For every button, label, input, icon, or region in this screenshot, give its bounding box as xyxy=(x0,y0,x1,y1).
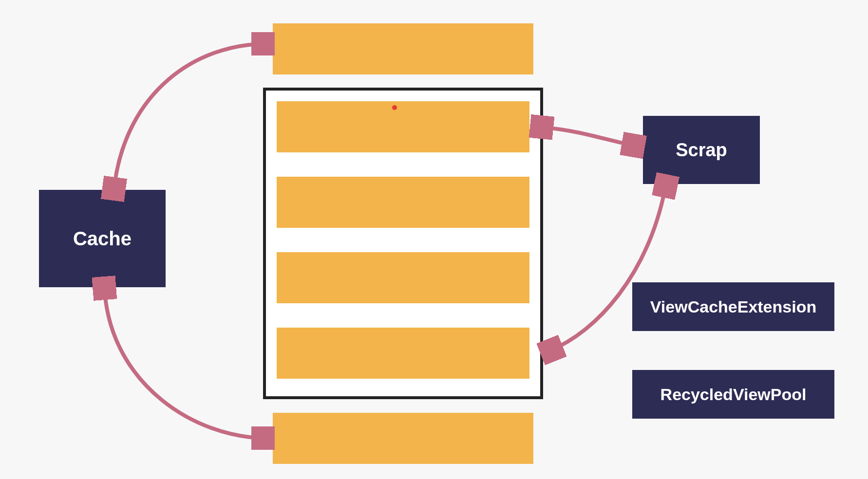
recycled-view-pool-box: RecycledViewPool xyxy=(632,370,834,419)
visible-item-3 xyxy=(277,252,529,303)
recycled-view-pool-label: RecycledViewPool xyxy=(660,385,807,404)
arrow-cache-to-bottom xyxy=(105,292,267,438)
scrap-box: Scrap xyxy=(643,116,760,184)
view-cache-extension-box: ViewCacheExtension xyxy=(632,282,834,331)
offscreen-item-bottom xyxy=(273,413,533,464)
cache-box: Cache xyxy=(39,190,166,287)
visible-item-4 xyxy=(277,328,529,379)
cache-label: Cache xyxy=(73,228,132,250)
arrow-cache-to-top xyxy=(114,44,267,185)
cursor-dot-icon xyxy=(392,105,397,110)
view-cache-extension-label: ViewCacheExtension xyxy=(650,297,816,316)
scrap-label: Scrap xyxy=(676,140,727,161)
offscreen-item-top xyxy=(273,23,533,74)
arrow-scrap-to-first xyxy=(546,128,637,146)
visible-item-2 xyxy=(277,177,529,228)
visible-item-1 xyxy=(277,101,529,152)
